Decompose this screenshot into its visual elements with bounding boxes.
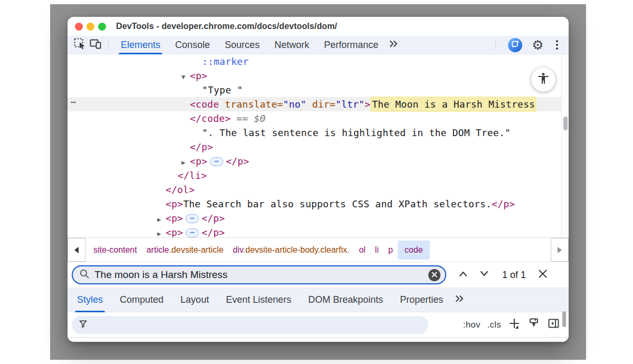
breadcrumb-item-article[interactable]: article.devsite-article (142, 241, 228, 260)
ai-assistance-button[interactable] (508, 38, 522, 52)
toolbar-right-group: ⚙ (491, 37, 569, 53)
dom-row-code-close[interactable]: </code> == $0 (68, 111, 569, 126)
style-filter-field[interactable] (72, 316, 428, 334)
tab-performance[interactable]: Performance (316, 36, 386, 54)
clear-x-icon (431, 270, 437, 280)
dom-row-li-close[interactable]: </li> (68, 168, 569, 183)
ellipsis-badge-icon[interactable] (210, 157, 223, 166)
device-toolbar-icon (89, 37, 102, 52)
dom-row-marker[interactable]: ::marker (68, 54, 569, 69)
collapse-arrow-icon[interactable] (157, 227, 166, 237)
kebab-menu-button[interactable] (553, 38, 561, 52)
devtools-window: DevTools - developer.chrome.com/docs/dev… (68, 17, 569, 342)
match-count: 1 of 1 (502, 270, 526, 281)
dom-row-p-searchbar[interactable]: <p>The Search bar also supports CSS and … (68, 197, 569, 211)
styles-filter-bar: :hov .cls (68, 312, 569, 338)
tab-layout[interactable]: Layout (172, 288, 217, 312)
collapse-arrow-icon[interactable] (157, 213, 166, 227)
toolbar-right-divider (495, 40, 496, 50)
accessibility-icon (536, 72, 550, 88)
dom-tree-scrollbar[interactable] (561, 54, 569, 237)
dom-row-p-collapsed[interactable]: <p></p> (68, 211, 569, 225)
breadcrumb-scroll-left-button[interactable] (68, 238, 85, 262)
collapse-arrow-icon[interactable] (181, 156, 190, 170)
chevron-up-icon (458, 270, 468, 280)
tab-styles[interactable]: Styles (69, 288, 111, 312)
dom-row-p-collapsed[interactable]: <p></p> (68, 225, 569, 237)
tab-console[interactable]: Console (168, 36, 217, 54)
close-search-button[interactable] (532, 265, 553, 284)
breadcrumb-scroll-right-button[interactable] (551, 238, 569, 262)
dom-row-code-selected[interactable]: <code translate="no" dir="ltr">The Moon … (68, 97, 569, 111)
more-tabs-chevrons-icon (454, 294, 465, 306)
tab-event-listeners[interactable]: Event Listeners (217, 288, 300, 312)
tab-sources[interactable]: Sources (217, 36, 267, 54)
tab-computed[interactable]: Computed (111, 288, 172, 312)
more-sidebar-tabs-button[interactable] (452, 292, 467, 308)
brush-icon (528, 317, 540, 332)
dom-row-text-sentence[interactable]: ". The last sentence is highlighted in t… (68, 126, 569, 140)
rendering-emulation-button[interactable] (528, 317, 540, 332)
dom-row-p-collapsed[interactable]: <p></p> (68, 154, 569, 168)
devtools-toolbar: Elements Console Sources Network Perform… (68, 36, 569, 54)
inspect-element-button[interactable] (72, 37, 88, 53)
window-scrollbar-thumb[interactable] (562, 311, 566, 327)
dom-tree-panel: ::marker <p> "Type " <code translate="no… (68, 54, 569, 237)
ellipsis-badge-icon[interactable] (186, 228, 199, 237)
dom-row-p-open[interactable]: <p> (68, 69, 569, 83)
tab-elements[interactable]: Elements (113, 36, 168, 54)
close-window-button[interactable] (75, 23, 83, 31)
accessibility-button[interactable] (531, 68, 555, 92)
more-tabs-chevrons-icon (388, 39, 399, 51)
new-style-rule-button[interactable] (508, 319, 521, 331)
tab-properties[interactable]: Properties (391, 288, 452, 312)
more-tabs-button[interactable] (386, 37, 401, 53)
dom-row-text-type[interactable]: "Type " (68, 83, 569, 97)
toggle-sidebar-icon (547, 317, 560, 332)
scroll-right-arrow-icon (558, 247, 565, 253)
search-input[interactable] (94, 269, 428, 281)
title-bar: DevTools - developer.chrome.com/docs/dev… (68, 17, 569, 36)
row-overflow-icon (71, 95, 76, 109)
breadcrumb-items: site-content article.devsite-article div… (85, 238, 551, 262)
breadcrumb-item-li[interactable]: li (370, 241, 383, 260)
styles-toolbar-right: :hov .cls (463, 317, 560, 332)
dom-search-bar: 1 of 1 (68, 262, 569, 288)
breadcrumb-item-code-selected[interactable]: code (398, 241, 430, 260)
dom-row-p-close[interactable]: </p> (68, 140, 569, 154)
previous-match-button[interactable] (453, 265, 474, 284)
next-match-button[interactable] (474, 265, 495, 284)
settings-gear-icon: ⚙ (532, 39, 543, 52)
expand-arrow-icon[interactable] (181, 70, 190, 84)
stage: DevTools - developer.chrome.com/docs/dev… (0, 0, 633, 364)
filter-funnel-icon (78, 319, 88, 331)
dom-row-ol-close[interactable]: </ol> (68, 183, 569, 197)
minimize-window-button[interactable] (87, 23, 94, 31)
toggle-sidebar-button[interactable] (547, 317, 560, 332)
chevron-down-icon (479, 270, 490, 280)
element-classes-button[interactable]: .cls (487, 320, 501, 330)
breadcrumb-item-div[interactable]: div.devsite-article-body.clearfix. (228, 241, 354, 260)
toggle-device-toolbar-button[interactable] (88, 37, 103, 53)
scroll-left-arrow-icon (71, 247, 79, 253)
maximize-window-button[interactable] (98, 23, 106, 31)
search-match-highlight: The Moon is a Harsh Mistress (370, 97, 536, 112)
toggle-element-state-button[interactable]: :hov (463, 320, 481, 330)
traffic-lights (75, 23, 106, 31)
breadcrumb-item-p[interactable]: p (383, 241, 398, 260)
sidebar-tab-bar: Styles Computed Layout Event Listeners D… (68, 288, 569, 312)
search-field[interactable] (72, 265, 446, 284)
tab-dom-breakpoints[interactable]: DOM Breakpoints (300, 288, 391, 312)
breadcrumb-item-site-content[interactable]: site-content (89, 241, 142, 260)
search-icon (79, 269, 90, 281)
inspect-cursor-icon (73, 37, 86, 52)
breadcrumb-item-ol[interactable]: ol (354, 241, 370, 260)
clear-search-button[interactable] (428, 269, 440, 281)
settings-button[interactable]: ⚙ (530, 37, 545, 53)
ellipsis-badge-icon[interactable] (186, 214, 199, 223)
breadcrumb: site-content article.devsite-article div… (68, 237, 569, 262)
tab-network[interactable]: Network (267, 36, 316, 54)
scrollbar-thumb[interactable] (563, 117, 568, 130)
window-title: DevTools - developer.chrome.com/docs/dev… (116, 22, 337, 31)
ai-assistance-icon (510, 39, 520, 51)
